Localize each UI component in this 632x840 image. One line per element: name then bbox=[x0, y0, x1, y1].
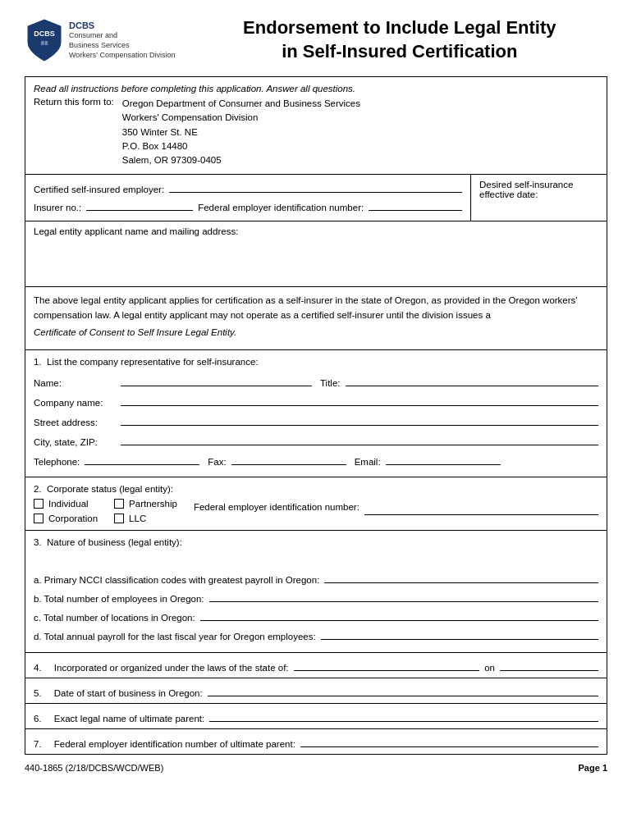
individual-checkbox[interactable] bbox=[34, 499, 44, 509]
address-line1: Oregon Department of Consumer and Busine… bbox=[122, 97, 360, 111]
instructions-block: Read all instructions before completing … bbox=[25, 77, 607, 175]
mailing-label: Legal entity applicant name and mailing … bbox=[34, 226, 598, 236]
section1: 1. List the company representative for s… bbox=[25, 350, 607, 477]
body-paragraph: The above legal entity applicant applies… bbox=[34, 294, 598, 322]
section4-on-field[interactable] bbox=[500, 658, 598, 671]
tel-label: Telephone: bbox=[34, 457, 80, 467]
partnership-row: Partnership bbox=[114, 499, 177, 509]
section5-field[interactable] bbox=[208, 683, 598, 696]
logo-dcbs-label: DCBS bbox=[69, 20, 176, 31]
corporation-row: Corporation bbox=[34, 514, 98, 523]
instructions-italic: Read all instructions before completing … bbox=[34, 84, 598, 94]
address-line5: Salem, OR 97309-0405 bbox=[122, 153, 360, 167]
section4-field[interactable] bbox=[294, 658, 480, 671]
email-field[interactable] bbox=[386, 452, 501, 465]
llc-label: LLC bbox=[129, 514, 146, 523]
llc-checkbox[interactable] bbox=[114, 514, 124, 523]
section3-title: 3. Nature of business (legal entity): bbox=[34, 537, 598, 547]
section7-field[interactable] bbox=[300, 734, 598, 747]
individual-row: Individual bbox=[34, 499, 98, 509]
section5-label: Date of start of business in Oregon: bbox=[54, 688, 203, 698]
tel-field[interactable] bbox=[85, 452, 199, 465]
fax-field[interactable] bbox=[231, 452, 346, 465]
section4-on: on bbox=[484, 663, 495, 673]
corp-checkboxes: Individual Corporation bbox=[34, 499, 98, 523]
logo-sub3: Workers' Compensation Division bbox=[69, 51, 176, 61]
street-field[interactable] bbox=[121, 413, 598, 426]
corporation-label: Corporation bbox=[48, 514, 98, 523]
ncci-label: a. Primary NCCI classification codes wit… bbox=[34, 575, 319, 585]
certified-left: Certified self-insured employer: Insurer… bbox=[25, 175, 471, 221]
nature-spacer bbox=[34, 550, 598, 570]
fein2-label: Federal employer identification number: bbox=[194, 502, 360, 512]
tel-group: Telephone: bbox=[34, 452, 199, 467]
ncci-row: a. Primary NCCI classification codes wit… bbox=[34, 570, 598, 585]
name-field[interactable] bbox=[121, 373, 312, 386]
page-label: Page 1 bbox=[579, 763, 607, 773]
fein-label: Federal employer identification number: bbox=[198, 203, 364, 212]
employees-field[interactable] bbox=[209, 589, 598, 602]
fein2-field[interactable] bbox=[364, 502, 598, 515]
section5-number: 5. bbox=[34, 688, 42, 698]
llc-row: LLC bbox=[114, 514, 177, 523]
individual-label: Individual bbox=[48, 499, 89, 509]
section6-field[interactable] bbox=[209, 709, 598, 722]
employer-field[interactable] bbox=[169, 180, 462, 193]
form-number: 440-1865 (2/18/DCBS/WCD/WEB) bbox=[25, 763, 163, 773]
page-footer: 440-1865 (2/18/DCBS/WCD/WEB) Page 1 bbox=[25, 763, 607, 773]
logo-block: DCBS ||||||| DCBS Consumer and Business … bbox=[25, 18, 176, 62]
section6: 6. Exact legal name of ultimate parent: bbox=[25, 704, 607, 729]
return-label: Return this form to: bbox=[34, 97, 114, 167]
section6-number: 6. bbox=[34, 714, 42, 724]
payroll-row: d. Total annual payroll for the last fis… bbox=[34, 627, 598, 641]
name-label: Name: bbox=[34, 378, 116, 388]
employer-field-row: Certified self-insured employer: bbox=[34, 180, 462, 194]
corporation-checkbox[interactable] bbox=[34, 514, 44, 523]
street-label: Street address: bbox=[34, 418, 116, 427]
title-field[interactable] bbox=[346, 373, 599, 386]
company-field[interactable] bbox=[121, 393, 598, 406]
dcbs-shield-icon: DCBS ||||||| bbox=[25, 18, 64, 62]
body-text-block: The above legal entity applicant applies… bbox=[25, 287, 607, 350]
partnership-checkbox[interactable] bbox=[114, 499, 124, 509]
corp-checkboxes2: Partnership LLC bbox=[114, 499, 177, 523]
ncci-field[interactable] bbox=[324, 570, 598, 583]
name-title-row: Name: Title: bbox=[34, 373, 598, 388]
return-address: Oregon Department of Consumer and Busine… bbox=[122, 97, 360, 167]
return-row: Return this form to: Oregon Department o… bbox=[34, 97, 598, 167]
address-line4: P.O. Box 14480 bbox=[122, 139, 360, 153]
email-label: Email: bbox=[355, 457, 381, 467]
section1-title: 1. List the company representative for s… bbox=[34, 357, 598, 367]
section6-label: Exact legal name of ultimate parent: bbox=[54, 714, 204, 724]
locations-field[interactable] bbox=[200, 608, 598, 621]
address-line3: 350 Winter St. NE bbox=[122, 126, 360, 139]
logo-text-block: DCBS Consumer and Business Services Work… bbox=[69, 20, 176, 60]
page-title-block: Endorsement to Include Legal Entity in S… bbox=[192, 16, 607, 63]
form-container: Read all instructions before completing … bbox=[25, 76, 607, 755]
email-group: Email: bbox=[355, 452, 501, 467]
corp-fein: Federal employer identification number: bbox=[194, 499, 598, 515]
body-italic: Certificate of Consent to Self Insure Le… bbox=[34, 326, 598, 340]
title-col: Title: bbox=[320, 373, 598, 388]
insurer-field-row: Insurer no.: Federal employer identifica… bbox=[34, 198, 462, 212]
city-label: City, state, ZIP: bbox=[34, 437, 116, 447]
page-header: DCBS ||||||| DCBS Consumer and Business … bbox=[25, 16, 607, 63]
company-label: Company name: bbox=[34, 398, 116, 408]
name-col: Name: bbox=[34, 373, 312, 388]
section4-label: Incorporated or organized under the laws… bbox=[54, 663, 289, 673]
corp-inner: Individual Corporation Partnership LLC bbox=[34, 499, 598, 523]
section2: 2. Corporate status (legal entity): Indi… bbox=[25, 477, 607, 531]
section4: 4. Incorporated or organized under the l… bbox=[25, 653, 607, 678]
insurer-field[interactable] bbox=[86, 198, 193, 211]
section5: 5. Date of start of business in Oregon: bbox=[25, 678, 607, 704]
certified-right: Desired self-insurance effective date: bbox=[471, 175, 607, 221]
fax-label: Fax: bbox=[208, 457, 226, 467]
employees-label: b. Total number of employees in Oregon: bbox=[34, 594, 204, 604]
fein-field[interactable] bbox=[369, 198, 462, 211]
logo-sub1: Consumer and bbox=[69, 31, 176, 41]
section3: 3. Nature of business (legal entity): a.… bbox=[25, 531, 607, 653]
payroll-field[interactable] bbox=[321, 627, 598, 640]
insurer-label: Insurer no.: bbox=[34, 203, 81, 212]
city-field[interactable] bbox=[121, 432, 598, 445]
svg-text:DCBS: DCBS bbox=[34, 30, 55, 38]
